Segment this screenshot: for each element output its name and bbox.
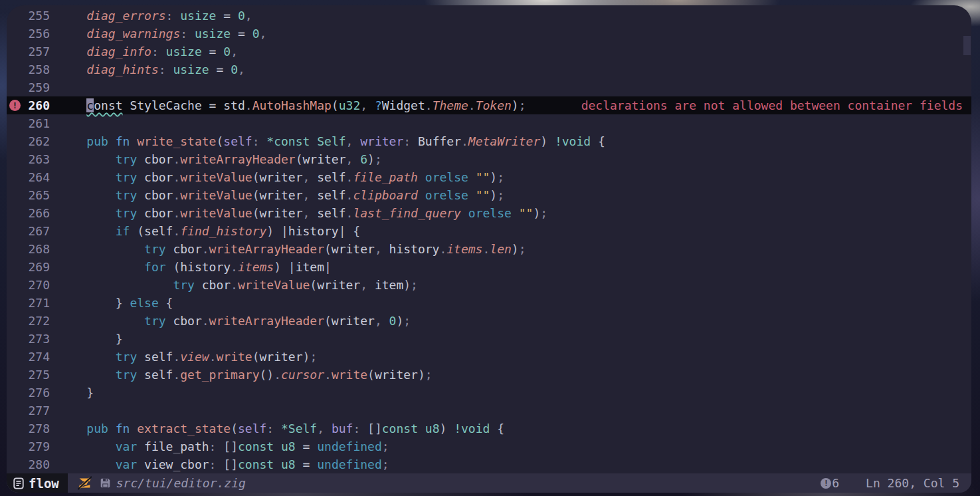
line-number: 270	[7, 276, 50, 294]
line-number: 269	[7, 258, 50, 276]
line-number: 265	[7, 186, 50, 204]
line-number: 266	[7, 204, 50, 222]
code-line-278[interactable]: 278 pub fn extract_state(self: *Self, bu…	[7, 420, 971, 437]
error-circle-icon: !	[821, 478, 831, 489]
line-number: 263	[7, 150, 50, 168]
line-number: 268	[7, 240, 50, 258]
code-line-260[interactable]: 260 const StyleCache = std.AutoHashMap(u…	[7, 96, 971, 114]
zig-logo-icon	[78, 476, 92, 490]
line-number: 255	[7, 7, 50, 25]
code-text: try cbor.writeValue(writer, item);	[58, 278, 418, 292]
code-line-277[interactable]: 277	[7, 402, 971, 420]
code-text: try cbor.writeValue(writer, self.last_fi…	[58, 206, 547, 220]
code-text: }	[58, 386, 94, 400]
text-cursor: c	[86, 98, 94, 112]
code-line-276[interactable]: 276 }	[7, 384, 971, 402]
line-number: 256	[7, 25, 50, 43]
code-line-263[interactable]: 263 try cbor.writeArrayHeader(writer, 6)…	[7, 150, 971, 168]
code-line-268[interactable]: 268 try cbor.writeArrayHeader(writer, hi…	[7, 240, 971, 258]
code-text: try self.get_primary().cursor.write(writ…	[58, 368, 433, 382]
line-number: 274	[7, 348, 50, 366]
line-number: 257	[7, 43, 50, 61]
code-line-265[interactable]: 265 try cbor.writeValue(writer, self.cli…	[7, 186, 971, 204]
code-text: if (self.find_history) |history| {	[58, 224, 360, 238]
code-line-261[interactable]: 261	[7, 114, 971, 132]
code-text: try cbor.writeArrayHeader(writer, 6);	[58, 152, 382, 166]
app-badge[interactable]: flow	[7, 473, 68, 493]
code-line-259[interactable]: 259	[7, 78, 971, 96]
code-line-275[interactable]: 275 try self.get_primary().cursor.write(…	[7, 366, 971, 384]
code-line-258[interactable]: 258 diag_hints: usize = 0,	[7, 61, 971, 78]
line-number: 278	[7, 420, 50, 437]
code-text: diag_info: usize = 0,	[58, 45, 238, 59]
cursor-position[interactable]: Ln 260, Col 5	[866, 476, 959, 490]
code-text: diag_warnings: usize = 0,	[58, 27, 266, 41]
line-number: 275	[7, 366, 50, 384]
code-line-262[interactable]: 262 pub fn write_state(self: *const Self…	[7, 132, 971, 150]
line-number: 261	[7, 114, 50, 132]
code-text: try cbor.writeValue(writer, self.clipboa…	[58, 188, 504, 202]
line-number: 259	[7, 78, 50, 96]
line-number: 276	[7, 384, 50, 402]
code-line-267[interactable]: 267 if (self.find_history) |history| {	[7, 222, 971, 240]
app-name: flow	[29, 476, 59, 491]
code-text: try cbor.writeArrayHeader(writer, histor…	[58, 242, 526, 256]
code-line-266[interactable]: 266 try cbor.writeValue(writer, self.las…	[7, 204, 971, 222]
code-line-256[interactable]: 256 diag_warnings: usize = 0,	[7, 25, 971, 43]
code-text: var file_path: []const u8 = undefined;	[58, 439, 389, 453]
code-line-269[interactable]: 269 for (history.items) |item|	[7, 258, 971, 276]
code-text: for (history.items) |item|	[58, 260, 332, 274]
line-number: 279	[7, 437, 50, 455]
editor-window: 255 diag_errors: usize = 0,256 diag_warn…	[7, 5, 971, 493]
code-text: diag_errors: usize = 0,	[58, 9, 252, 23]
code-text: } else {	[58, 296, 173, 310]
line-number: 264	[7, 168, 50, 186]
code-text: }	[58, 332, 123, 346]
diagnostics-count[interactable]: ! 6	[821, 476, 839, 490]
line-number: 280	[7, 455, 50, 473]
code-line-257[interactable]: 257 diag_info: usize = 0,	[7, 43, 971, 61]
line-number: 258	[7, 61, 50, 78]
diagnostic-message: declarations are not allowed between con…	[581, 96, 963, 114]
code-area[interactable]: 255 diag_errors: usize = 0,256 diag_warn…	[7, 5, 971, 473]
line-number: 272	[7, 312, 50, 330]
code-text: diag_hints: usize = 0,	[58, 62, 245, 76]
code-text: pub fn write_state(self: *const Self, wr…	[58, 134, 605, 148]
line-number: 262	[7, 132, 50, 150]
code-line-274[interactable]: 274 try self.view.write(writer);	[7, 348, 971, 366]
file-lines-icon	[13, 477, 25, 489]
line-number: 277	[7, 402, 50, 420]
code-text: try self.view.write(writer);	[58, 350, 317, 364]
line-number: 273	[7, 330, 50, 348]
code-line-264[interactable]: 264 try cbor.writeValue(writer, self.fil…	[7, 168, 971, 186]
code-line-271[interactable]: 271 } else {	[7, 294, 971, 312]
floppy-disk-icon[interactable]	[100, 477, 111, 489]
line-number: 267	[7, 222, 50, 240]
code-text: const StyleCache = std.AutoHashMap(u32, …	[58, 98, 526, 112]
code-text: pub fn extract_state(self: *Self, buf: […	[58, 422, 504, 435]
status-bar: flow src/tui/editor.zig !	[7, 473, 971, 493]
code-line-270[interactable]: 270 try cbor.writeValue(writer, item);	[7, 276, 971, 294]
error-circle-icon: !	[9, 100, 21, 111]
code-line-280[interactable]: 280 var view_cbor: []const u8 = undefine…	[7, 455, 971, 473]
code-text: try cbor.writeValue(writer, self.file_pa…	[58, 170, 504, 184]
code-line-255[interactable]: 255 diag_errors: usize = 0,	[7, 7, 971, 25]
file-path[interactable]: src/tui/editor.zig	[116, 476, 246, 490]
code-line-272[interactable]: 272 try cbor.writeArrayHeader(writer, 0)…	[7, 312, 971, 330]
code-line-273[interactable]: 273 }	[7, 330, 971, 348]
error-count: 6	[832, 476, 839, 490]
code-line-279[interactable]: 279 var file_path: []const u8 = undefine…	[7, 437, 971, 455]
code-text: var view_cbor: []const u8 = undefined;	[58, 457, 389, 471]
scrollbar-thumb[interactable]	[963, 36, 971, 55]
line-number: 271	[7, 294, 50, 312]
code-text: try cbor.writeArrayHeader(writer, 0);	[58, 314, 411, 328]
